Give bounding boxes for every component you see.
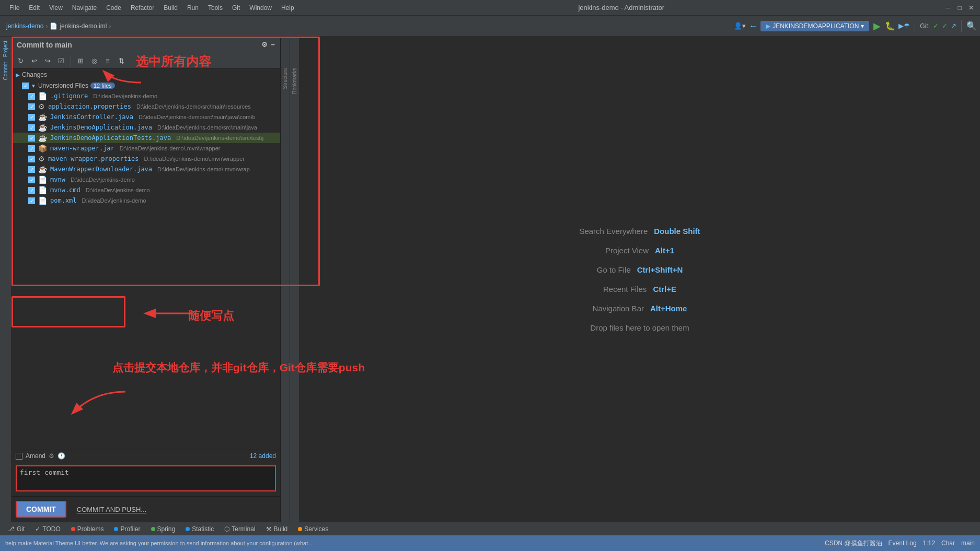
encoding-indicator[interactable]: Char (941, 540, 955, 547)
file-item-mvnw[interactable]: ✓ 📄 mvnw D:\ideaDev\jenkins-demo (11, 174, 280, 185)
file-item-jenkins-controller[interactable]: ✓ ☕ JenkinsController.java D:\ideaDev\je… (11, 112, 280, 122)
commit-and-push-button[interactable]: COMMIT AND PUSH... (71, 502, 153, 517)
unversioned-checkbox[interactable]: ✓ (22, 83, 29, 89)
coverage-button[interactable]: ▶☂ (898, 22, 910, 30)
window-controls[interactable]: ─ □ ✕ (944, 4, 975, 11)
menu-git[interactable]: Git (228, 3, 244, 13)
file-checkbox-app-properties[interactable]: ✓ (28, 103, 35, 110)
file-checkbox-maven-wrapper-jar[interactable]: ✓ (28, 145, 35, 152)
file-checkbox-pom-xml[interactable]: ✓ (28, 197, 35, 204)
menu-window[interactable]: Window (245, 3, 276, 13)
close-window-button[interactable]: ✕ (967, 4, 975, 11)
tab-terminal[interactable]: ⬡ Terminal (219, 522, 260, 535)
services-tab-label: Services (304, 525, 328, 533)
info-bar-text: help make Material Theme UI better. We a… (5, 540, 313, 546)
filter-button[interactable]: ◎ (88, 55, 100, 67)
git-arrow-right: ↗ (951, 22, 956, 30)
tab-services[interactable]: Services (293, 522, 333, 535)
menu-tools[interactable]: Tools (204, 3, 227, 13)
file-checkbox-maven-wrapper-downloader[interactable]: ✓ (28, 166, 35, 173)
amend-label: Amend (26, 452, 45, 460)
run-button[interactable]: ▶ (872, 19, 882, 33)
file-name-jenkins-controller: JenkinsController.java (50, 113, 133, 121)
user-icon[interactable]: 👤▾ (734, 22, 746, 30)
file-checkbox-jenkins-demo-app[interactable]: ✓ (28, 124, 35, 131)
menu-file[interactable]: File (5, 3, 24, 13)
redo-button[interactable]: ↪ (42, 55, 53, 67)
group-button[interactable]: ⊞ (75, 55, 86, 67)
git-branch-indicator[interactable]: main (961, 540, 975, 547)
minimize-window-button[interactable]: ─ (944, 4, 952, 11)
file-item-maven-wrapper-downloader[interactable]: ✓ ☕ MavenWrapperDownloader.java D:\ideaD… (11, 164, 280, 174)
file-item-pom-xml[interactable]: ✓ 📄 pom.xml D:\ideaDev\jenkins-demo (11, 195, 280, 206)
event-log-button[interactable]: Event Log (889, 540, 917, 547)
file-checkbox-jenkins-demo-tests[interactable]: ✓ (28, 135, 35, 142)
menu-view[interactable]: View (45, 3, 67, 13)
undo-button[interactable]: ↩ (28, 55, 40, 67)
position-indicator[interactable]: 1:12 (923, 540, 935, 547)
unversioned-label: Unversioned Files (38, 82, 88, 89)
search-button[interactable]: 🔍 (966, 21, 977, 31)
app-selector-button[interactable]: ▶ JENKINSDEMOAPPLICATION ▾ (760, 21, 869, 31)
menu-help[interactable]: Help (277, 3, 298, 13)
file-item-gitignore[interactable]: ✓ 📄 .gitignore D:\ideaDev\jenkins-demo (11, 91, 280, 101)
sort-button[interactable]: ⇅ (116, 55, 127, 67)
file-item-app-properties[interactable]: ✓ ⚙ application.properties D:\ideaDev\je… (11, 101, 280, 112)
menu-navigate[interactable]: Navigate (68, 3, 101, 13)
tab-statistic[interactable]: Statistic (180, 522, 219, 535)
amend-checkbox[interactable] (16, 453, 22, 460)
sidebar-commit-label[interactable]: Commit (2, 60, 9, 82)
menu-bar[interactable]: File Edit View Navigate Code Refactor Bu… (5, 3, 298, 13)
file-item-maven-wrapper-props[interactable]: ✓ ⚙ maven-wrapper.properties D:\ideaDev\… (11, 154, 280, 164)
tab-spring[interactable]: Spring (146, 522, 181, 535)
breadcrumb-file[interactable]: jenkins-demo.iml (60, 22, 107, 30)
commit-toolbar-divider (71, 55, 71, 67)
file-checkbox-jenkins-controller[interactable]: ✓ (28, 114, 35, 121)
file-item-mvnw-cmd[interactable]: ✓ 📄 mvnw.cmd D:\ideaDev\jenkins-demo (11, 185, 280, 195)
commit-button[interactable]: COMMIT (16, 501, 66, 518)
app-selector-icon: ▶ (766, 22, 770, 30)
file-checkbox-maven-wrapper-props[interactable]: ✓ (28, 156, 35, 162)
sidebar-project-label[interactable]: Project (2, 39, 9, 59)
menu-refactor[interactable]: Refactor (126, 3, 158, 13)
list-button[interactable]: ≡ (102, 55, 113, 67)
file-checkbox-mvnw[interactable]: ✓ (28, 177, 35, 183)
debug-button[interactable]: 🐛 (885, 21, 895, 31)
bookmarks-label[interactable]: Bookmarks (292, 68, 297, 94)
back-arrow-button[interactable]: ← (749, 21, 757, 31)
maximize-window-button[interactable]: □ (956, 4, 963, 11)
file-name-mvnw-cmd: mvnw.cmd (50, 186, 80, 194)
tab-build[interactable]: ⚒ Build (261, 522, 293, 535)
tab-git[interactable]: ⎇ Git (2, 522, 30, 535)
file-checkbox-mvnw-cmd[interactable]: ✓ (28, 187, 35, 194)
file-checkbox-gitignore[interactable]: ✓ (28, 93, 35, 100)
amend-settings-icon[interactable]: ⚙ (49, 452, 54, 460)
tab-todo[interactable]: ✓ TODO (30, 522, 65, 535)
check-all-button[interactable]: ☑ (55, 55, 67, 67)
settings-icon[interactable]: ⚙ (261, 41, 268, 49)
problems-tab-label: Problems (77, 525, 104, 533)
terminal-tab-label: Terminal (232, 525, 255, 533)
bookmarks-sidebar: Bookmarks (290, 37, 299, 522)
unversioned-files-header[interactable]: ✓ ▼ Unversioned Files 12 files (11, 80, 280, 91)
build-tab-label: Build (274, 525, 288, 533)
refresh-button[interactable]: ↻ (15, 55, 26, 67)
changes-header[interactable]: ▶ Changes (11, 69, 280, 80)
commit-message-input[interactable]: first commit (16, 465, 276, 491)
amend-history-icon[interactable]: 🕐 (57, 452, 65, 460)
file-name-jenkins-demo-app: JenkinsDemoApplication.java (50, 124, 152, 131)
file-item-jenkins-demo-tests[interactable]: ✓ ☕ JenkinsDemoApplicationTests.java D:\… (11, 133, 280, 143)
menu-run[interactable]: Run (183, 3, 203, 13)
todo-tab-icon: ✓ (35, 525, 40, 533)
breadcrumb-project[interactable]: jenkins-demo (6, 22, 43, 30)
tab-problems[interactable]: Problems (66, 522, 109, 535)
file-item-maven-wrapper-jar[interactable]: ✓ 📦 maven-wrapper.jar D:\ideaDev\jenkins… (11, 143, 280, 154)
minimize-panel-icon[interactable]: − (271, 41, 275, 49)
commit-header-icons[interactable]: ⚙ − (261, 41, 275, 49)
menu-edit[interactable]: Edit (25, 3, 44, 13)
file-item-jenkins-demo-app[interactable]: ✓ ☕ JenkinsDemoApplication.java D:\ideaD… (11, 122, 280, 133)
structure-label[interactable]: Structure (282, 68, 288, 89)
tab-profiler[interactable]: Profiler (109, 522, 145, 535)
menu-code[interactable]: Code (102, 3, 125, 13)
menu-build[interactable]: Build (159, 3, 182, 13)
